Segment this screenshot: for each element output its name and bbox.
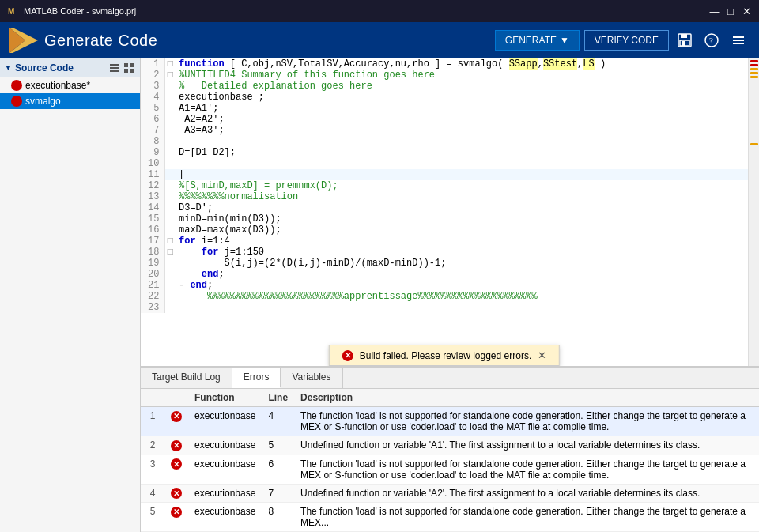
close-button[interactable]: ✕ [740, 5, 753, 17]
verify-code-button[interactable]: VERIFY CODE [584, 30, 669, 51]
code-container: 1 □ function [ C,obj,nSV,TotalSV,Accurac… [141, 58, 759, 532]
table-row: 22 %%%%%%%%%%%%%%%%%%%%%%%%apprentissage… [141, 291, 748, 302]
matlab-logo [9, 26, 38, 55]
header-actions: GENERATE ▼ VERIFY CODE ? [495, 29, 750, 51]
warning-mark-3 [750, 76, 758, 78]
sidebar-item-label: executionbase* [25, 80, 90, 91]
table-row: 20 end; [141, 269, 748, 280]
sidebar-icons [108, 62, 135, 74]
table-row: 21 - end; [141, 280, 748, 291]
menu-button[interactable] [727, 29, 750, 51]
svg-text:?: ? [709, 36, 713, 45]
error-icon-3: ✕ [171, 458, 182, 470]
table-row: 3 ✕ executionbase 6 The function 'load' … [141, 455, 759, 484]
table-row: 4 executionbase ; [141, 92, 748, 103]
build-failed-overlay: ✕ Build failed. Please review logged err… [329, 345, 560, 366]
table-row: 3 % Detailed explanation goes here [141, 81, 748, 92]
table-row: 2 ✕ executionbase 5 Undefined function o… [141, 436, 759, 455]
svg-rect-12 [733, 43, 744, 44]
table-header-row: Function Line Description [141, 389, 759, 407]
col-num [141, 389, 164, 407]
minimize-button[interactable]: — [708, 5, 721, 17]
table-row: 19 S(i,j)=(2*(D(i,j)-minD)/(maxD-minD))-… [141, 258, 748, 269]
save-icon [678, 33, 692, 47]
table-row: 7 A3=A3'; [141, 125, 748, 136]
logo-icon [9, 26, 38, 55]
table-row: 2 □ %UNTITLED4 Summary of this function … [141, 70, 748, 81]
main-layout: ▼ Source Code [0, 58, 759, 532]
svg-rect-11 [733, 40, 744, 41]
sidebar-item-label-2: svmalgo [25, 96, 61, 107]
tabs-bar: Target Build Log Errors Variables [141, 368, 759, 389]
table-row: 11 | [141, 169, 748, 180]
code-scrollbar[interactable] [748, 58, 759, 366]
tab-errors[interactable]: Errors [232, 368, 281, 388]
svg-text:M: M [8, 7, 14, 16]
svg-rect-17 [130, 63, 134, 67]
sidebar-arrow-icon: ▼ [5, 64, 12, 72]
table-row: 14 D3=D'; [141, 202, 748, 213]
error-icon: ✕ [171, 411, 182, 422]
build-failed-message: Build failed. Please review logged error… [360, 350, 531, 361]
svg-rect-7 [682, 41, 685, 46]
sidebar-grid-icon[interactable] [123, 62, 135, 74]
error-icon-4: ✕ [171, 488, 182, 499]
svg-rect-5 [681, 34, 687, 38]
table-row: 16 maxD=max(max(D3)); [141, 224, 748, 236]
table-row: 17 □ for i=1:4 [141, 236, 748, 247]
error-mark-1 [750, 60, 758, 62]
sidebar: ▼ Source Code [0, 58, 141, 532]
sidebar-header: ▼ Source Code [0, 58, 140, 77]
table-row: 18 □ for j=1:150 [141, 247, 748, 258]
error-icon-5: ✕ [171, 507, 182, 518]
table-row: 15 minD=min(min(D3)); [141, 213, 748, 224]
sidebar-item-svmalgo[interactable]: svmalgo [0, 93, 140, 109]
sidebar-title: ▼ Source Code [5, 62, 74, 74]
error-description: The function 'load' is not supported for… [294, 407, 759, 436]
close-build-failed-button[interactable]: ✕ [538, 349, 546, 361]
code-table: 1 □ function [ C,obj,nSV,TotalSV,Accurac… [141, 58, 748, 313]
generate-button[interactable]: GENERATE ▼ [495, 30, 580, 51]
hamburger-icon [731, 33, 746, 47]
error-icon-2 [11, 96, 22, 107]
tab-variables[interactable]: Variables [281, 368, 342, 388]
warning-mark-2 [750, 72, 758, 74]
col-icon [164, 389, 188, 407]
header-toolbar: Generate Code GENERATE ▼ VERIFY CODE ? [0, 22, 759, 58]
table-row: 5 ✕ executionbase 8 The function 'load' … [141, 503, 759, 532]
error-icon [11, 80, 22, 91]
matlab-small-icon: M [6, 5, 19, 17]
code-area-wrapper: 1 □ function [ C,obj,nSV,TotalSV,Accurac… [141, 58, 759, 366]
help-button[interactable]: ? [700, 29, 723, 51]
maximize-button[interactable]: □ [724, 5, 737, 17]
dropdown-arrow-icon: ▼ [560, 35, 569, 46]
table-row: 9 D=[D1 D2]; [141, 147, 748, 158]
table-row: 12 %[S,minD,maxD] = premnmx(D); [141, 180, 748, 191]
error-row-num: 1 [141, 407, 164, 436]
table-row: 10 [141, 158, 748, 169]
warning-mark-4 [750, 143, 758, 145]
svg-rect-16 [124, 63, 128, 67]
col-line: Line [262, 389, 294, 407]
errors-table[interactable]: Function Line Description 1 ✕ executionb… [141, 389, 759, 532]
save-button[interactable] [674, 29, 696, 51]
tab-target-build-log[interactable]: Target Build Log [141, 368, 232, 388]
error-icon-2: ✕ [171, 440, 182, 451]
title-bar: M MATLAB Coder - svmalgo.prj — □ ✕ [0, 0, 759, 22]
table-row: 1 □ function [ C,obj,nSV,TotalSV,Accurac… [141, 58, 748, 70]
table-row: 13 %%%%%%%%normalisation [141, 191, 748, 202]
table-row: 1 ✕ executionbase 4 The function 'load' … [141, 407, 759, 436]
table-row: 5 A1=A1'; [141, 103, 748, 114]
svg-rect-13 [110, 64, 119, 66]
window-title: MATLAB Coder - svmalgo.prj [24, 6, 136, 16]
code-editor[interactable]: 1 □ function [ C,obj,nSV,TotalSV,Accurac… [141, 58, 748, 366]
page-title: Generate Code [44, 32, 489, 50]
help-icon: ? [704, 33, 719, 47]
build-error-icon: ✕ [342, 350, 353, 361]
sidebar-item-executionbase[interactable]: executionbase* [0, 77, 140, 93]
warning-mark-1 [750, 68, 758, 70]
table-row: 23 [141, 302, 748, 313]
sidebar-list-icon[interactable] [108, 62, 121, 74]
table-row: 4 ✕ executionbase 7 Undefined function o… [141, 484, 759, 503]
bottom-panel: Target Build Log Errors Variables Functi… [141, 366, 759, 532]
